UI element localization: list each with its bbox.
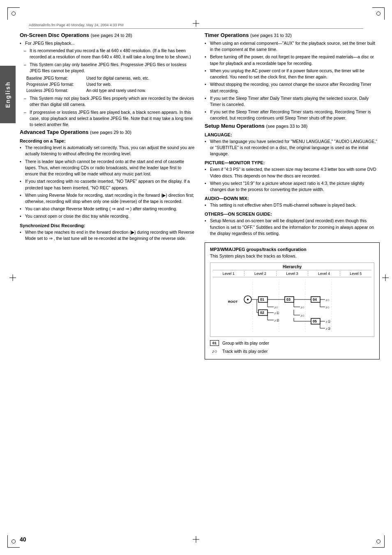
svg-text:♪○: ♪○: [325, 298, 330, 302]
level-1: Level 1: [213, 271, 244, 276]
bullet-leader-tape: • There is leader tape which cannot be r…: [20, 159, 195, 177]
svg-text:♪②: ♪②: [274, 318, 279, 322]
bullet-sync-disc: • When the tape reaches its end in the f…: [20, 229, 195, 242]
bullet-sleep-daily: • If you set the Sleep Timer after Daily…: [205, 95, 380, 108]
subsection-others-guide: OTHERS—ON SCREEN GUIDE:: [205, 212, 380, 216]
crosshair-right: [382, 274, 389, 281]
left-column: On-Screen Disc Operations (see pages 24 …: [20, 32, 195, 359]
mp3-box-title: MP3/WMA/JPEG groups/tracks configuration: [210, 247, 374, 252]
corner-dot-br: [376, 539, 380, 543]
right-column: Timer Operations (see pages 31 to 32) • …: [205, 32, 380, 359]
dash-black-screen: – If progressive or lossless JPEG files …: [20, 109, 195, 128]
two-column-layout: On-Screen Disc Operations (see pages 24 …: [20, 32, 380, 359]
bullet-no-tape: • If you start recording with no cassett…: [20, 178, 195, 191]
level-2: Level 2: [244, 271, 276, 276]
svg-text:01: 01: [260, 297, 264, 302]
jpeg-row-lossless: Lossless JPEG format: An old type and ra…: [26, 88, 195, 94]
subsection-language: LANGUAGE:: [205, 132, 380, 137]
root-text: ROOT: [228, 300, 238, 304]
side-tab-label: English: [5, 81, 11, 108]
mp3-box-subtitle: This System plays back the tracks as fol…: [210, 253, 374, 258]
jpeg-row-baseline: Baseline JPEG format: Used for digital c…: [26, 75, 195, 81]
svg-text:♪○: ♪○: [300, 305, 304, 309]
svg-text:♪①: ♪①: [325, 320, 331, 324]
bullet-aux: • When using an external component—"AUX"…: [205, 40, 380, 53]
jpeg-formats-table: Baseline JPEG format: Used for digital c…: [26, 75, 195, 94]
corner-dot-tl: [12, 12, 16, 16]
hierarchy-header: Hierarchy: [213, 265, 371, 270]
legend-track-icon: ♪○: [210, 348, 219, 354]
legend-group-label: Group with its play order: [222, 341, 269, 345]
mp3-wma-jpeg-box: MP3/WMA/JPEG groups/tracks configuration…: [205, 242, 380, 359]
bullet-recording-source: • Without stopping the recording, you ca…: [205, 81, 380, 94]
legend-track: ♪○ Track with its play order: [210, 348, 374, 354]
section-title-setup: Setup Menu Operations (see pages 33 to 3…: [205, 123, 380, 129]
level-5: Level 5: [340, 271, 371, 276]
legend-group: 01 Group with its play order: [210, 340, 374, 346]
section-setup-menu: Setup Menu Operations (see pages 33 to 3…: [205, 123, 380, 237]
legend-track-label: Track with its play order: [222, 349, 267, 354]
page-number: 40: [20, 536, 26, 543]
bullet-unplug: • When you unplug the AC power cord or i…: [205, 68, 380, 80]
bullet-disc-tray: • You cannot open or close the disc tray…: [20, 213, 195, 219]
bullet-jpeg-intro: • For JPEG files playback...: [20, 40, 195, 46]
crosshair-left: [9, 274, 16, 281]
bullet-dts: • This setting is not effective when DTS…: [205, 202, 380, 208]
bullet-reverse-mode: • When using Reverse Mode for recording,…: [20, 192, 195, 205]
bullet-before-power-off: • Before turning off the power, do not f…: [205, 54, 380, 66]
crosshair-bottom: [193, 536, 199, 543]
dash-digital-camera: – This System may not play back JPEG fil…: [20, 95, 195, 108]
bullet-43ps: • Even if "4:3 PS" is selected, the scre…: [205, 166, 380, 179]
subsection-recording-tape: Recording on a Tape:: [20, 138, 195, 143]
file-info-text: AdditonalInfo.fm Page 40 Monday, May 24,…: [29, 23, 123, 27]
section-timer: Timer Operations (see pages 31 to 32) • …: [205, 32, 380, 122]
bullet-setup-menus: • Setup Menus and on-screen bar will be …: [205, 218, 380, 237]
crosshair-top: [193, 20, 199, 27]
subsection-sync-disc: Synchronized Disc Recording:: [20, 223, 195, 228]
dash-baseline: – This System can play only baseline JPE…: [20, 62, 195, 74]
corner-dot-tr: [376, 12, 380, 16]
legend-group-box: 01: [210, 340, 219, 346]
level-4: Level 4: [308, 271, 340, 276]
bullet-169: • When you select "16:9" for a picture w…: [205, 180, 380, 193]
hierarchy-levels: Level 1 Level 2 Level 3 Level 4 Level 5: [213, 271, 371, 277]
level-3: Level 3: [277, 271, 308, 276]
root-disc-center: [247, 299, 249, 300]
bullet-sleep-recording: • If you set the Sleep Timer after Recor…: [205, 109, 380, 121]
section-title-timer: Timer Operations (see pages 31 to 32): [205, 32, 380, 38]
bullet-language: • When the language you have selected fo…: [205, 138, 380, 157]
svg-text:02: 02: [260, 311, 264, 315]
bullet-change-reverse: • You can also change Reverse Mode setti…: [20, 206, 195, 212]
dash-640-480: – It is recommended that you record a fi…: [20, 48, 195, 60]
side-tab: English: [0, 66, 16, 123]
hierarchy-svg: ROOT: [213, 279, 371, 332]
hierarchy-diagram: Hierarchy Level 1 Level 2 Level 3 Level …: [210, 263, 374, 337]
svg-text:05: 05: [313, 319, 317, 323]
bullet-recording-level: • The recording level is automatically s…: [20, 145, 195, 157]
svg-text:♪②: ♪②: [325, 327, 331, 331]
main-content: On-Screen Disc Operations (see pages 24 …: [20, 32, 380, 530]
corner-dot-bl: [12, 539, 16, 543]
svg-text:♪○: ♪○: [274, 305, 278, 309]
section-onscreen-disc: On-Screen Disc Operations (see pages 24 …: [20, 32, 195, 128]
subsection-audio-downmix: AUDIO—DOWN MIX:: [205, 196, 380, 201]
svg-text:03: 03: [286, 297, 291, 302]
jpeg-row-progressive: Progressive JPEG format: Used for web.: [26, 81, 195, 88]
section-title-onscreen: On-Screen Disc Operations (see pages 24 …: [20, 32, 195, 38]
section-title-tape: Advanced Tape Operations (see pages 29 t…: [20, 129, 195, 135]
svg-text:04: 04: [313, 297, 317, 302]
svg-text:♪○: ♪○: [325, 305, 330, 309]
svg-text:♪①: ♪①: [274, 311, 279, 315]
subsection-picture-monitor: PICTURE—MONITOR TYPE:: [205, 160, 380, 165]
section-advanced-tape: Advanced Tape Operations (see pages 29 t…: [20, 129, 195, 242]
svg-text:♪○: ♪○: [300, 313, 304, 318]
page: AdditonalInfo.fm Page 40 Monday, May 24,…: [0, 0, 392, 555]
